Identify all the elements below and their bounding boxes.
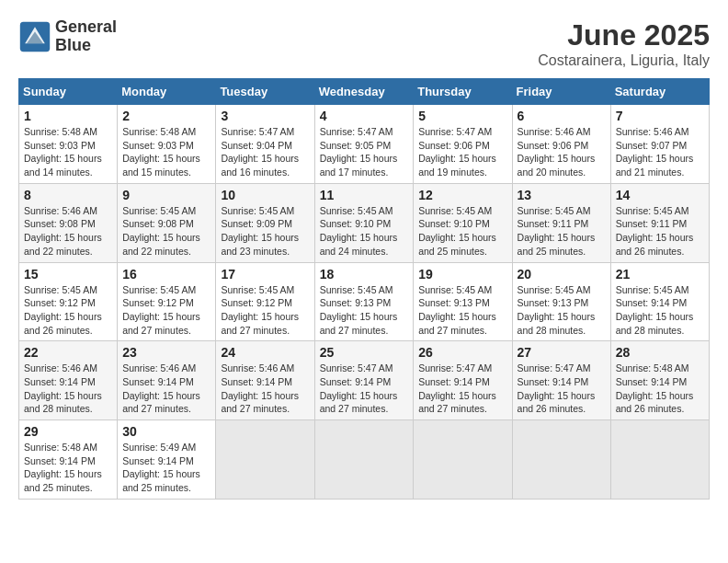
weekday-header: Friday	[512, 79, 610, 105]
calendar-week-row: 8Sunrise: 5:46 AMSunset: 9:08 PMDaylight…	[19, 183, 710, 262]
cell-info: Sunrise: 5:45 AMSunset: 9:13 PMDaylight:…	[418, 283, 506, 338]
calendar-cell: 20Sunrise: 5:45 AMSunset: 9:13 PMDayligh…	[512, 262, 610, 341]
calendar-week-row: 15Sunrise: 5:45 AMSunset: 9:12 PMDayligh…	[19, 262, 710, 341]
calendar-cell: 30Sunrise: 5:49 AMSunset: 9:14 PMDayligh…	[118, 420, 216, 500]
day-number: 22	[24, 345, 112, 360]
day-number: 6	[518, 109, 606, 123]
cell-info: Sunrise: 5:48 AMSunset: 9:14 PMDaylight:…	[616, 362, 704, 416]
cell-info: Sunrise: 5:45 AMSunset: 9:10 PMDaylight:…	[418, 204, 506, 259]
cell-info: Sunrise: 5:49 AMSunset: 9:14 PMDaylight:…	[122, 441, 210, 495]
calendar-cell: 25Sunrise: 5:47 AMSunset: 9:14 PMDayligh…	[314, 341, 414, 420]
calendar-cell: 28Sunrise: 5:48 AMSunset: 9:14 PMDayligh…	[610, 341, 709, 420]
day-number: 28	[616, 345, 704, 360]
day-number: 16	[122, 267, 210, 282]
day-number: 25	[320, 345, 409, 360]
calendar-cell: 21Sunrise: 5:45 AMSunset: 9:14 PMDayligh…	[610, 262, 709, 341]
calendar-subtitle: Costarainera, Liguria, Italy	[538, 52, 710, 69]
cell-info: Sunrise: 5:48 AMSunset: 9:03 PMDaylight:…	[122, 125, 210, 179]
calendar-table: SundayMondayTuesdayWednesdayThursdayFrid…	[18, 78, 710, 500]
calendar-cell: 29Sunrise: 5:48 AMSunset: 9:14 PMDayligh…	[19, 420, 118, 500]
calendar-cell: 26Sunrise: 5:47 AMSunset: 9:14 PMDayligh…	[414, 341, 512, 420]
day-number: 9	[122, 188, 210, 202]
logo-line1: General	[55, 18, 117, 37]
cell-info: Sunrise: 5:47 AMSunset: 9:05 PMDaylight:…	[320, 125, 409, 179]
logo-line2: Blue	[55, 37, 117, 55]
day-number: 4	[320, 109, 409, 123]
calendar-cell: 16Sunrise: 5:45 AMSunset: 9:12 PMDayligh…	[118, 262, 216, 341]
day-number: 2	[122, 109, 210, 123]
calendar-cell: 27Sunrise: 5:47 AMSunset: 9:14 PMDayligh…	[512, 341, 610, 420]
calendar-cell: 11Sunrise: 5:45 AMSunset: 9:10 PMDayligh…	[314, 183, 414, 262]
calendar-header: SundayMondayTuesdayWednesdayThursdayFrid…	[19, 79, 710, 105]
day-number: 15	[24, 267, 112, 282]
cell-info: Sunrise: 5:45 AMSunset: 9:14 PMDaylight:…	[616, 283, 704, 338]
cell-info: Sunrise: 5:46 AMSunset: 9:08 PMDaylight:…	[24, 204, 112, 259]
cell-info: Sunrise: 5:45 AMSunset: 9:09 PMDaylight:…	[221, 204, 309, 259]
weekday-header: Tuesday	[216, 79, 314, 105]
cell-info: Sunrise: 5:47 AMSunset: 9:14 PMDaylight:…	[320, 362, 409, 416]
calendar-cell: 6Sunrise: 5:46 AMSunset: 9:06 PMDaylight…	[512, 105, 610, 184]
day-number: 11	[320, 188, 409, 202]
calendar-cell: 5Sunrise: 5:47 AMSunset: 9:06 PMDaylight…	[414, 105, 512, 184]
cell-info: Sunrise: 5:45 AMSunset: 9:11 PMDaylight:…	[616, 204, 704, 259]
calendar-cell	[610, 420, 709, 500]
cell-info: Sunrise: 5:45 AMSunset: 9:12 PMDaylight:…	[221, 283, 309, 338]
calendar-cell	[512, 420, 610, 500]
day-number: 10	[221, 188, 309, 202]
logo: General Blue	[18, 18, 117, 55]
calendar-cell: 12Sunrise: 5:45 AMSunset: 9:10 PMDayligh…	[414, 183, 512, 262]
day-number: 5	[418, 109, 506, 123]
cell-info: Sunrise: 5:45 AMSunset: 9:11 PMDaylight:…	[518, 204, 606, 259]
cell-info: Sunrise: 5:46 AMSunset: 9:06 PMDaylight:…	[518, 125, 606, 179]
calendar-week-row: 1Sunrise: 5:48 AMSunset: 9:03 PMDaylight…	[19, 105, 710, 184]
cell-info: Sunrise: 5:45 AMSunset: 9:13 PMDaylight:…	[320, 283, 409, 338]
logo-icon	[18, 20, 51, 53]
cell-info: Sunrise: 5:45 AMSunset: 9:13 PMDaylight:…	[518, 283, 606, 338]
day-number: 1	[24, 109, 112, 123]
calendar-cell: 9Sunrise: 5:45 AMSunset: 9:08 PMDaylight…	[118, 183, 216, 262]
calendar-cell: 17Sunrise: 5:45 AMSunset: 9:12 PMDayligh…	[216, 262, 314, 341]
title-area: June 2025 Costarainera, Liguria, Italy	[538, 18, 710, 69]
cell-info: Sunrise: 5:45 AMSunset: 9:10 PMDaylight:…	[320, 204, 409, 259]
cell-info: Sunrise: 5:48 AMSunset: 9:03 PMDaylight:…	[24, 125, 112, 179]
calendar-cell: 18Sunrise: 5:45 AMSunset: 9:13 PMDayligh…	[314, 262, 414, 341]
cell-info: Sunrise: 5:45 AMSunset: 9:08 PMDaylight:…	[122, 204, 210, 259]
cell-info: Sunrise: 5:46 AMSunset: 9:14 PMDaylight:…	[221, 362, 309, 416]
calendar-cell: 3Sunrise: 5:47 AMSunset: 9:04 PMDaylight…	[216, 105, 314, 184]
calendar-cell: 8Sunrise: 5:46 AMSunset: 9:08 PMDaylight…	[19, 183, 118, 262]
day-number: 29	[24, 424, 112, 439]
day-number: 21	[616, 267, 704, 282]
day-number: 27	[518, 345, 606, 360]
calendar-cell: 14Sunrise: 5:45 AMSunset: 9:11 PMDayligh…	[610, 183, 709, 262]
weekday-header: Monday	[118, 79, 216, 105]
cell-info: Sunrise: 5:45 AMSunset: 9:12 PMDaylight:…	[24, 283, 112, 338]
day-number: 13	[518, 188, 606, 202]
cell-info: Sunrise: 5:45 AMSunset: 9:12 PMDaylight:…	[122, 283, 210, 338]
calendar-cell: 19Sunrise: 5:45 AMSunset: 9:13 PMDayligh…	[414, 262, 512, 341]
cell-info: Sunrise: 5:47 AMSunset: 9:14 PMDaylight:…	[518, 362, 606, 416]
day-number: 20	[518, 267, 606, 282]
cell-info: Sunrise: 5:48 AMSunset: 9:14 PMDaylight:…	[24, 441, 112, 495]
day-number: 23	[122, 345, 210, 360]
calendar-cell: 15Sunrise: 5:45 AMSunset: 9:12 PMDayligh…	[19, 262, 118, 341]
logo-text: General Blue	[55, 18, 117, 55]
weekday-header: Sunday	[19, 79, 118, 105]
cell-info: Sunrise: 5:47 AMSunset: 9:06 PMDaylight:…	[418, 125, 506, 179]
calendar-week-row: 29Sunrise: 5:48 AMSunset: 9:14 PMDayligh…	[19, 420, 710, 500]
cell-info: Sunrise: 5:47 AMSunset: 9:04 PMDaylight:…	[221, 125, 309, 179]
calendar-cell: 2Sunrise: 5:48 AMSunset: 9:03 PMDaylight…	[118, 105, 216, 184]
calendar-cell: 23Sunrise: 5:46 AMSunset: 9:14 PMDayligh…	[118, 341, 216, 420]
calendar-cell	[216, 420, 314, 500]
weekday-header: Saturday	[610, 79, 709, 105]
cell-info: Sunrise: 5:47 AMSunset: 9:14 PMDaylight:…	[418, 362, 506, 416]
day-number: 17	[221, 267, 309, 282]
calendar-cell	[314, 420, 414, 500]
calendar-cell: 22Sunrise: 5:46 AMSunset: 9:14 PMDayligh…	[19, 341, 118, 420]
calendar-week-row: 22Sunrise: 5:46 AMSunset: 9:14 PMDayligh…	[19, 341, 710, 420]
day-number: 26	[418, 345, 506, 360]
day-number: 19	[418, 267, 506, 282]
calendar-title: June 2025	[538, 18, 710, 52]
weekday-header: Wednesday	[314, 79, 414, 105]
weekday-header: Thursday	[414, 79, 512, 105]
day-number: 30	[122, 424, 210, 439]
